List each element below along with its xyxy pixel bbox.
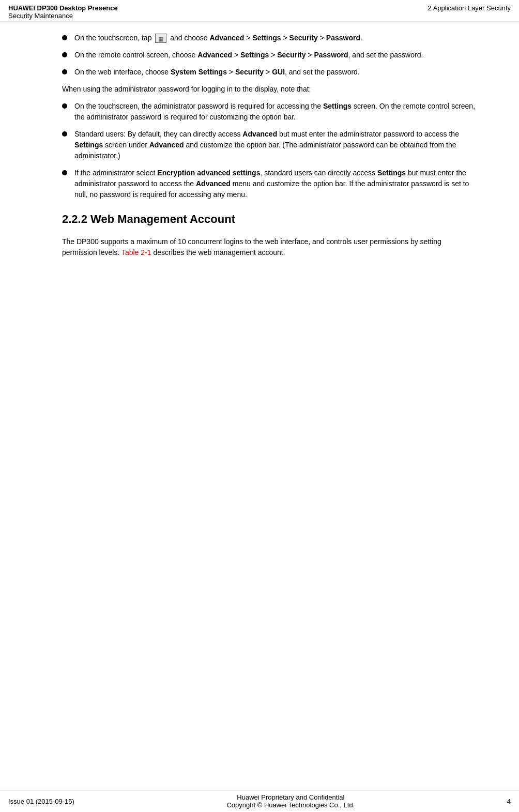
header-left: HUAWEI DP300 Desktop Presence Security M… [8,4,118,20]
bold-security-1: Security [289,34,318,42]
list-item: On the touchscreen, the administrator pa… [62,101,478,123]
bold-security-3: Security [235,68,264,76]
header-right: 2 Application Layer Security [428,4,511,12]
bullet-dot [62,69,67,74]
bold-security-2: Security [277,51,306,59]
bold-system-settings: System Settings [171,68,227,76]
bold-gui: GUI [272,68,285,76]
bold-advanced-1: Advanced [210,34,245,42]
bold-encryption: Encryption advanced settings [157,169,260,177]
bold-settings-1: Settings [252,34,281,42]
footer-copyright-line2: Copyright © Huawei Technologies Co., Ltd… [74,801,507,809]
note-paragraph: When using the administrator password fo… [62,84,478,95]
bold-advanced-5b: Advanced [149,141,184,149]
header-section: Security Maintenance [8,12,118,20]
bullet-text-2: On the remote control screen, choose Adv… [74,50,478,61]
list-item: On the touchscreen, tap and choose Advan… [62,33,478,43]
list-item: Standard users: By default, they can dir… [62,129,478,161]
bold-advanced-6: Advanced [196,179,231,188]
bullet-dot [62,35,67,40]
footer-page-number: 4 [507,798,511,805]
bullet-text-5: Standard users: By default, they can dir… [74,129,478,161]
bullet-text-3: On the web interface, choose System Sett… [74,67,478,78]
bullet-text-1: On the touchscreen, tap and choose Advan… [74,33,478,43]
bold-password-1: Password [326,34,360,42]
bold-advanced-5: Advanced [242,130,277,138]
section-paragraph: The DP300 supports a maximum of 10 concu… [62,236,478,258]
section-heading: 2.2.2 Web Management Account [62,213,478,226]
bottom-bullet-list: On the touchscreen, the administrator pa… [62,101,478,200]
list-item: On the remote control screen, choose Adv… [62,50,478,61]
bold-password-2: Password [314,51,348,59]
bullet-text-6: If the administrator select Encryption a… [74,168,478,200]
top-bullet-list: On the touchscreen, tap and choose Advan… [62,33,478,78]
bold-settings-4: Settings [323,102,352,110]
header-product: HUAWEI DP300 Desktop Presence [8,4,118,12]
bold-advanced-2: Advanced [197,51,232,59]
list-item: If the administrator select Encryption a… [62,168,478,200]
footer-copyright: Huawei Proprietary and Confidential Copy… [74,793,507,809]
touchscreen-icon [155,34,166,43]
bold-settings-5: Settings [74,141,103,149]
bullet-text-4: On the touchscreen, the administrator pa… [74,101,478,123]
main-content: On the touchscreen, tap and choose Advan… [0,22,519,275]
list-item: On the web interface, choose System Sett… [62,67,478,78]
table-link[interactable]: Table 2-1 [121,248,151,257]
bullet-dot [62,52,67,57]
footer-issue: Issue 01 (2015-09-15) [8,798,74,805]
footer-copyright-line1: Huawei Proprietary and Confidential [74,793,507,801]
bullet-dot [62,170,67,175]
bold-settings-2: Settings [240,51,269,59]
page-footer: Issue 01 (2015-09-15) Huawei Proprietary… [0,790,519,812]
bullet-dot [62,103,67,109]
bullet-dot [62,131,67,137]
header-chapter-num: 2 Application Layer Security [428,4,511,12]
bold-settings-6: Settings [377,169,406,177]
page-header: HUAWEI DP300 Desktop Presence Security M… [0,0,519,22]
